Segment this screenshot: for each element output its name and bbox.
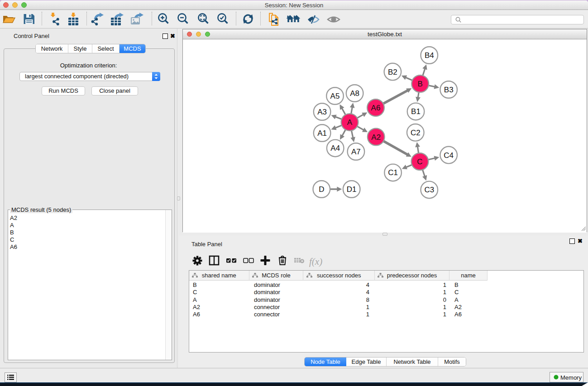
svg-text:C4: C4 xyxy=(444,151,454,160)
svg-text:A1: A1 xyxy=(317,129,327,138)
svg-text:D1: D1 xyxy=(347,185,357,194)
svg-text:C3: C3 xyxy=(424,186,434,194)
svg-text:A5: A5 xyxy=(330,92,340,100)
svg-text:C: C xyxy=(417,157,422,166)
svg-text:B: B xyxy=(418,80,423,88)
svg-text:C2: C2 xyxy=(411,129,421,137)
svg-text:A3: A3 xyxy=(317,108,327,116)
svg-text:A2: A2 xyxy=(371,133,381,142)
svg-text:C1: C1 xyxy=(388,168,398,177)
svg-text:A7: A7 xyxy=(351,148,361,156)
svg-text:A: A xyxy=(347,118,353,127)
svg-text:A8: A8 xyxy=(350,89,359,98)
svg-text:A4: A4 xyxy=(330,144,340,152)
svg-text:B4: B4 xyxy=(425,51,434,60)
svg-text:D: D xyxy=(319,185,324,194)
svg-text:B2: B2 xyxy=(388,68,397,76)
svg-text:B3: B3 xyxy=(444,86,454,94)
svg-text:B1: B1 xyxy=(411,107,421,116)
svg-text:A6: A6 xyxy=(371,104,381,112)
